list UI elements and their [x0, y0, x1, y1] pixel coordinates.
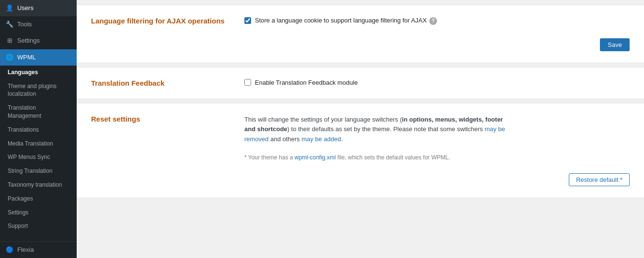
sidebar-label-settings: Settings — [17, 36, 40, 45]
reset-text-before: This will change the settings of your la… — [244, 116, 402, 123]
feedback-checkbox[interactable] — [244, 79, 251, 86]
ajax-checkbox-text: Store a language cookie to support langu… — [255, 17, 426, 24]
feedback-title-col: Translation Feedback — [91, 79, 225, 87]
feedback-checkbox-text: Enable Translation Feedback module — [255, 79, 358, 86]
wpml-icon: 🌐 — [6, 54, 13, 61]
sidebar: 👤 Users 🔧 Tools ⊞ Settings 🌐 WPML Langua… — [0, 0, 77, 258]
sidebar-item-taxonomy-translation[interactable]: Taxonomy translation — [0, 178, 77, 192]
ajax-section-content: Language filtering for AJAX operations S… — [91, 17, 630, 51]
feedback-control-col: Enable Translation Feedback module — [244, 79, 630, 86]
reset-title-col: Reset settings — [91, 115, 225, 123]
reset-text-after1: and others — [269, 135, 302, 143]
ajax-checkbox-row: Store a language cookie to support langu… — [244, 17, 630, 25]
reset-note-after: file, which sets the default values for … — [336, 154, 450, 161]
sidebar-label-translations: Translations — [8, 126, 39, 134]
flexia-icon: 🔵 — [6, 246, 13, 254]
wpml-submenu: Languages Theme and plugins localization… — [0, 66, 77, 233]
sidebar-label-taxonomy-translation: Taxonomy translation — [8, 181, 62, 189]
sidebar-item-languages[interactable]: Languages — [0, 66, 77, 79]
sidebar-label-settings-sub: Settings — [8, 209, 28, 217]
sidebar-item-string-translation[interactable]: String Translation — [0, 164, 77, 178]
feedback-section-title: Translation Feedback — [91, 79, 225, 87]
sidebar-label-theme-plugins: Theme and plugins localization — [8, 82, 71, 99]
reset-note-link[interactable]: wpml-config.xml — [295, 154, 336, 161]
sidebar-item-settings-sub[interactable]: Settings — [0, 206, 77, 220]
ajax-title-col: Language filtering for AJAX operations — [91, 17, 225, 25]
ajax-help-icon[interactable]: ? — [429, 17, 437, 25]
sidebar-label-tools: Tools — [17, 20, 32, 29]
feedback-checkbox-row: Enable Translation Feedback module — [244, 79, 630, 86]
reset-section: Reset settings This will change the sett… — [77, 103, 644, 198]
sidebar-item-media-translation[interactable]: Media Translation — [0, 137, 77, 151]
reset-note-before: * Your theme has a — [244, 154, 295, 161]
sidebar-item-flexia[interactable]: 🔵 Flexia — [0, 242, 77, 258]
main-content: Language filtering for AJAX operations S… — [77, 0, 644, 258]
reset-text-after2: . — [341, 135, 343, 143]
sidebar-label-wpml: WPML — [17, 53, 36, 62]
sidebar-item-theme-plugins[interactable]: Theme and plugins localization — [0, 79, 77, 101]
reset-section-content: Reset settings This will change the sett… — [91, 115, 630, 186]
ajax-checkbox[interactable] — [244, 17, 251, 24]
sidebar-item-users[interactable]: 👤 Users — [0, 0, 77, 16]
sidebar-label-flexia: Flexia — [17, 246, 34, 254]
restore-default-button[interactable]: Restore default * — [569, 173, 630, 186]
sidebar-label-packages: Packages — [8, 195, 33, 203]
ajax-section: Language filtering for AJAX operations S… — [77, 5, 644, 63]
sidebar-label-languages: Languages — [8, 68, 38, 77]
sidebar-label-media-translation: Media Translation — [8, 140, 53, 148]
sidebar-item-settings[interactable]: ⊞ Settings — [0, 33, 77, 49]
sidebar-item-packages[interactable]: Packages — [0, 192, 77, 206]
ajax-save-button[interactable]: Save — [600, 38, 630, 51]
ajax-control-col: Store a language cookie to support langu… — [244, 17, 630, 51]
reset-note: * Your theme has a wpml-config.xml file,… — [244, 154, 630, 161]
sidebar-label-translation-management: Translation Management — [8, 104, 71, 120]
ajax-checkbox-label[interactable]: Store a language cookie to support langu… — [255, 17, 437, 25]
reset-control-col: This will change the settings of your la… — [244, 115, 630, 186]
reset-section-title: Reset settings — [91, 115, 225, 123]
sidebar-item-tools[interactable]: 🔧 Tools — [0, 16, 77, 33]
sidebar-item-support[interactable]: Support — [0, 219, 77, 233]
sidebar-item-wpml[interactable]: 🌐 WPML — [0, 49, 77, 66]
settings-icon: ⊞ — [6, 37, 13, 45]
sidebar-item-translation-management[interactable]: Translation Management — [0, 101, 77, 123]
sidebar-label-wp-menus-sync: WP Menus Sync — [8, 153, 50, 161]
users-icon: 👤 — [6, 4, 13, 12]
reset-link-added[interactable]: may be added — [301, 135, 341, 143]
sidebar-bottom: 🔵 Flexia — [0, 241, 77, 258]
ajax-section-title: Language filtering for AJAX operations — [91, 17, 225, 25]
feedback-section: Translation Feedback Enable Translation … — [77, 67, 644, 99]
sidebar-label-users: Users — [17, 4, 34, 12]
reset-text-middle: ) to their defaults as set by the theme.… — [288, 125, 485, 133]
sidebar-item-translations[interactable]: Translations — [0, 123, 77, 137]
sidebar-label-support: Support — [8, 222, 28, 230]
sidebar-item-wp-menus-sync[interactable]: WP Menus Sync — [0, 150, 77, 164]
sidebar-label-string-translation: String Translation — [8, 167, 52, 175]
feedback-section-content: Translation Feedback Enable Translation … — [91, 79, 630, 87]
feedback-checkbox-label[interactable]: Enable Translation Feedback module — [255, 79, 358, 86]
top-spacer — [77, 0, 644, 5]
reset-description: This will change the settings of your la… — [244, 115, 513, 145]
tools-icon: 🔧 — [6, 21, 13, 28]
